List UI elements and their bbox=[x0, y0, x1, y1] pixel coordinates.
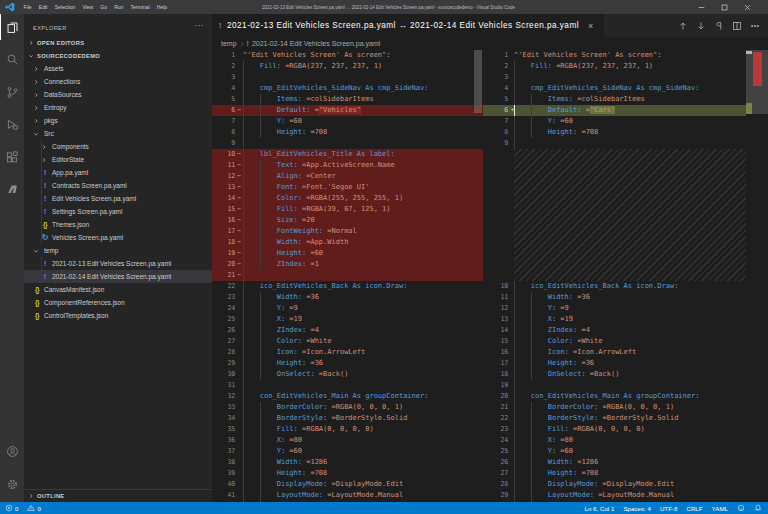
tree-item-assets[interactable]: Assets bbox=[24, 62, 212, 75]
code-line[interactable]: 19 bbox=[483, 380, 768, 391]
code-line[interactable]: 13 X: =19 bbox=[483, 314, 768, 325]
menu-go[interactable]: Go bbox=[97, 0, 111, 14]
code-line[interactable]: 37 Y: =60 bbox=[212, 446, 483, 457]
code-line[interactable]: 24 Y: =9 bbox=[212, 303, 483, 314]
settings-icon[interactable] bbox=[0, 471, 24, 497]
code-line[interactable]: 6+ Default: ="Cars" bbox=[483, 105, 768, 116]
tree-item-app-pa-yaml[interactable]: !App.pa.yaml bbox=[24, 166, 212, 179]
status-bell[interactable] bbox=[754, 504, 762, 512]
code-line[interactable]: 7 Y: =60 bbox=[212, 116, 483, 127]
code-line[interactable]: 25 Y: =60 bbox=[483, 446, 768, 457]
code-line[interactable]: 14 ZIndex: =4 bbox=[483, 325, 768, 336]
code-line[interactable]: 18− Width: =App.Width bbox=[212, 237, 483, 248]
code-line[interactable]: 15 Color: =White bbox=[483, 336, 768, 347]
code-line[interactable]: 11− Text: =App.ActiveScreen.Name bbox=[212, 160, 483, 171]
diff-original-pane[interactable]: 1"'Edit Vehicles Screen' As screen":2 Fi… bbox=[212, 50, 483, 502]
code-line[interactable]: 24 X: =80 bbox=[483, 435, 768, 446]
code-line[interactable]: 12− Align: =Center bbox=[212, 171, 483, 182]
tree-item-src[interactable]: Src bbox=[24, 127, 212, 140]
code-line[interactable]: 16 Icon: =Icon.ArrowLeft bbox=[483, 347, 768, 358]
code-line[interactable]: 14− Color: =RGBA(255, 255, 255, 1) bbox=[212, 193, 483, 204]
code-line[interactable]: 23 Width: =36 bbox=[212, 292, 483, 303]
menu-view[interactable]: View bbox=[79, 0, 97, 14]
breadcrumb[interactable]: temp ! 2021-02-14 Edit Vehicles Screen.p… bbox=[212, 37, 768, 50]
code-line[interactable]: 35 Fill: =RGBA(0, 0, 0, 0) bbox=[212, 424, 483, 435]
more-actions-icon[interactable] bbox=[746, 14, 764, 37]
tree-item-componentreferences-json[interactable]: {}ComponentReferences.json bbox=[24, 296, 212, 309]
tree-item-edit-vehicles-screen-pa-yaml[interactable]: !Edit Vehicles Screen.pa.yaml bbox=[24, 192, 212, 205]
status-warning[interactable]: 0 bbox=[27, 504, 40, 512]
code-line[interactable]: 29 LayoutMode: =LayoutMode.Manual bbox=[483, 490, 768, 501]
code-line[interactable]: 4 cmp_EditVehicles_SideNav As cmp_SideNa… bbox=[212, 83, 483, 94]
tab-close-icon[interactable]: × bbox=[588, 21, 593, 31]
tree-item-themes-json[interactable]: {}Themes.json bbox=[24, 218, 212, 231]
code-line[interactable]: 17 Height: =36 bbox=[483, 358, 768, 369]
next-change-icon[interactable] bbox=[692, 14, 710, 37]
code-line[interactable]: 8 Height: =708 bbox=[212, 127, 483, 138]
code-line[interactable]: 1"'Edit Vehicles Screen' As screen": bbox=[483, 50, 768, 61]
menu-help[interactable]: Help bbox=[153, 0, 170, 14]
code-line[interactable]: 19− Height: =60 bbox=[212, 248, 483, 259]
code-line[interactable]: 16− Size: =20 bbox=[212, 215, 483, 226]
code-line[interactable]: 20− ZIndex: =1 bbox=[212, 259, 483, 270]
code-line[interactable]: 15− Fill: =RGBA(39, 67, 125, 1) bbox=[212, 204, 483, 215]
code-line[interactable]: 39 Height: =708 bbox=[212, 468, 483, 479]
extensions-icon[interactable] bbox=[0, 144, 24, 170]
split-editor-icon[interactable] bbox=[728, 14, 746, 37]
code-line[interactable]: 2 Fill: =RGBA(237, 237, 237, 1) bbox=[212, 61, 483, 72]
minimize-button[interactable] bbox=[690, 0, 713, 14]
code-line[interactable]: 36 X: =80 bbox=[212, 435, 483, 446]
menu-edit[interactable]: Edit bbox=[35, 0, 51, 14]
code-line[interactable]: 6− Default: ="Vehicles" bbox=[212, 105, 483, 116]
code-line[interactable]: 11 Width: =36 bbox=[483, 292, 768, 303]
code-line[interactable]: 38 Width: =1286 bbox=[212, 457, 483, 468]
previous-change-icon[interactable] bbox=[674, 14, 692, 37]
tree-item-connections[interactable]: Connections bbox=[24, 75, 212, 88]
tree-item-canvasmanifest-json[interactable]: {}CanvasManifest.json bbox=[24, 283, 212, 296]
tree-item-2021-02-13-edit-vehicles-screen-pa-yaml[interactable]: !2021-02-13 Edit Vehicles Screen.pa.yaml bbox=[24, 257, 212, 270]
status-spaces-4[interactable]: Spaces: 4 bbox=[623, 505, 651, 512]
menu-terminal[interactable]: Terminal bbox=[127, 0, 153, 14]
workspace-root-folder[interactable]: SOURCECODEDEMO bbox=[24, 49, 212, 62]
code-line[interactable]: 20 con_EditVehicles_Main As groupContain… bbox=[483, 391, 768, 402]
code-line[interactable]: 2 Fill: =RGBA(237, 237, 237, 1) bbox=[483, 61, 768, 72]
explorer-icon[interactable] bbox=[0, 14, 24, 40]
run-debug-icon[interactable] bbox=[0, 111, 24, 137]
code-line[interactable]: 25 X: =19 bbox=[212, 314, 483, 325]
code-line[interactable]: 17− FontWeight: =Normal bbox=[212, 226, 483, 237]
code-line[interactable]: 21 BorderColor: =RGBA(0, 0, 0, 1) bbox=[483, 402, 768, 413]
breadcrumb-file[interactable]: 2021-02-14 Edit Vehicles Screen.pa.yaml bbox=[252, 40, 380, 47]
tree-item-entropy[interactable]: Entropy bbox=[24, 101, 212, 114]
search-icon[interactable] bbox=[0, 46, 24, 72]
code-line[interactable]: 27 Height: =708 bbox=[483, 468, 768, 479]
code-line[interactable]: 13− Font: =Font.'Segoe UI' bbox=[212, 182, 483, 193]
tree-item-temp[interactable]: temp bbox=[24, 244, 212, 257]
tree-item-controltemplates-json[interactable]: {}ControlTemplates.json bbox=[24, 309, 212, 322]
code-line[interactable]: 32 con_EditVehicles_Main As groupContain… bbox=[212, 391, 483, 402]
code-line[interactable]: 31 bbox=[212, 380, 483, 391]
code-line[interactable]: 21− bbox=[212, 270, 483, 281]
tree-item-settings-screen-pa-yaml[interactable]: !Settings Screen.pa.yaml bbox=[24, 205, 212, 218]
diff-modified-pane[interactable]: 1"'Edit Vehicles Screen' As screen":2 Fi… bbox=[483, 50, 768, 502]
tree-item-vehicles-screen-pa-yaml[interactable]: ↻Vehicles Screen.pa.yaml bbox=[24, 231, 212, 244]
open-editors-section[interactable]: OPEN EDITORS bbox=[24, 36, 212, 49]
code-line[interactable]: 9 bbox=[483, 138, 768, 149]
code-line[interactable]: 12 Y: =9 bbox=[483, 303, 768, 314]
menu-run[interactable]: Run bbox=[111, 0, 127, 14]
diff-tab[interactable]: ! 2021-02-13 Edit Vehicles Screen.pa.yam… bbox=[212, 14, 604, 37]
code-line[interactable]: 1"'Edit Vehicles Screen' As screen": bbox=[212, 50, 483, 61]
close-button[interactable] bbox=[736, 0, 759, 14]
status-utf-8[interactable]: UTF-8 bbox=[660, 505, 678, 512]
code-line[interactable]: 4 cmp_EditVehicles_SideNav As cmp_SideNa… bbox=[483, 83, 768, 94]
pilcrow-icon[interactable] bbox=[710, 14, 728, 37]
code-line[interactable]: 7 Y: =60 bbox=[483, 116, 768, 127]
code-line[interactable]: 23 Fill: =RGBA(0, 0, 0, 0) bbox=[483, 424, 768, 435]
status-ln-6-col-1[interactable]: Ln 6, Col 1 bbox=[584, 505, 614, 512]
code-line[interactable]: 10 ico_EditVehicles_Back As icon.Draw: bbox=[483, 281, 768, 292]
tree-item-2021-02-14-edit-vehicles-screen-pa-yaml[interactable]: !2021-02-14 Edit Vehicles Screen.pa.yaml bbox=[24, 270, 212, 283]
tree-item-pkgs[interactable]: pkgs bbox=[24, 114, 212, 127]
code-line[interactable]: 8 Height: =708 bbox=[483, 127, 768, 138]
code-line[interactable]: 5 Items: =colSidebarItems bbox=[483, 94, 768, 105]
menu-file[interactable]: File bbox=[20, 0, 35, 14]
more-actions-icon[interactable]: ··· bbox=[195, 21, 205, 30]
